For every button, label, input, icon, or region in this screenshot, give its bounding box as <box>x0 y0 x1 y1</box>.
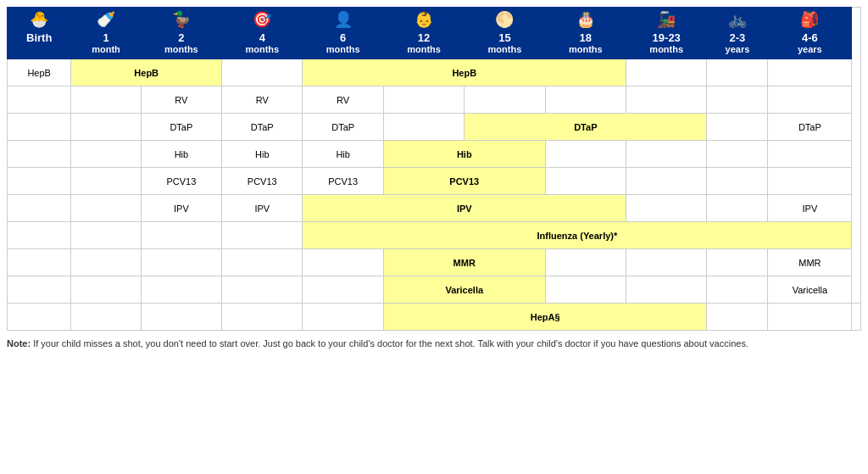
varicella-1mo <box>71 276 141 304</box>
influenza-birth <box>8 222 71 249</box>
col-header-19-23months: 🚂 19-23 months <box>626 8 707 59</box>
hepb-birth: HepB <box>8 59 71 86</box>
note-text: If your child misses a shot, you don't n… <box>33 338 748 349</box>
note-label: Note: <box>7 338 31 349</box>
2months-icon: 🦆 <box>143 11 220 30</box>
mmr-18mo <box>545 249 626 276</box>
1month-icon: 🍼 <box>73 11 138 30</box>
mmr-4mo <box>222 249 303 276</box>
mmr-2mo <box>141 249 221 276</box>
rv-12mo <box>383 86 464 114</box>
ipv-2mo: IPV <box>141 195 221 222</box>
pcv13-12-15mo: PCV13 <box>383 168 545 195</box>
hib-12-15mo: Hib <box>383 141 545 168</box>
rv-row: RV RV RV <box>8 86 861 114</box>
pcv13-2-3yr <box>707 168 768 195</box>
rv-4-6yr <box>768 86 852 114</box>
hib-2-3yr <box>707 141 768 168</box>
4-6years-icon: 🎒 <box>770 11 849 30</box>
hib-19-23mo <box>626 141 707 168</box>
pcv13-1mo <box>71 168 141 195</box>
col-header-birth: 🐣 Birth <box>8 8 71 59</box>
hepa-4mo <box>222 304 303 331</box>
rv-2-3yr <box>707 86 768 114</box>
influenza-2mo <box>141 222 221 249</box>
rv-15mo <box>465 86 545 114</box>
dtap-12mo <box>383 114 464 141</box>
col-header-4-6years: 🎒 4-6 years <box>768 8 852 59</box>
dtap-birth <box>8 114 71 141</box>
hepb-6-18mo: HepB <box>303 59 626 86</box>
hepa-19-23mo-sep <box>707 304 768 331</box>
hepa-birth <box>8 304 71 331</box>
dtap-1mo <box>71 114 141 141</box>
pcv13-birth <box>8 168 71 195</box>
note-section: Note: If your child misses a shot, you d… <box>7 337 861 350</box>
pcv13-2mo: PCV13 <box>141 168 221 195</box>
rv-birth <box>8 86 71 114</box>
ipv-4mo: IPV <box>222 195 303 222</box>
12months-icon: 👶 <box>386 11 462 30</box>
ipv-2-3yr <box>707 195 768 222</box>
varicella-4-6yr: Varicella <box>768 276 852 304</box>
birth-icon: 🐣 <box>9 11 69 30</box>
rv-4mo: RV <box>222 86 303 114</box>
dtap-4mo: DTaP <box>222 114 303 141</box>
varicella-18mo <box>545 276 626 304</box>
hepa-12-23mo: HepA§ <box>383 304 707 331</box>
hepb-row: HepB HepB HepB <box>8 59 861 86</box>
ipv-1mo <box>71 195 141 222</box>
col-header-12months: 👶 12 months <box>383 8 464 59</box>
hepb-1-2mo: HepB <box>71 59 222 86</box>
influenza-6mo-plus: Influenza (Yearly)* <box>303 222 852 249</box>
dtap-6mo: DTaP <box>303 114 383 141</box>
mmr-row: MMR MMR <box>8 249 861 276</box>
influenza-4mo <box>222 222 303 249</box>
col-header-18months: 🎂 18 months <box>545 8 626 59</box>
hepa-1mo <box>71 304 141 331</box>
ipv-birth <box>8 195 71 222</box>
rv-18mo <box>545 86 626 114</box>
15months-icon: 🌕 <box>466 11 542 30</box>
mmr-6mo <box>303 249 383 276</box>
varicella-2-3yr <box>707 276 768 304</box>
varicella-6mo <box>303 276 383 304</box>
hib-4mo: Hib <box>222 141 303 168</box>
ipv-row: IPV IPV IPV IPV <box>8 195 861 222</box>
6months-icon: 👤 <box>304 11 381 30</box>
mmr-birth <box>8 249 71 276</box>
mmr-4-6yr: MMR <box>768 249 852 276</box>
rv-1mo <box>71 86 141 114</box>
hib-2mo: Hib <box>141 141 221 168</box>
pcv13-6mo: PCV13 <box>303 168 383 195</box>
varicella-2mo <box>141 276 221 304</box>
hepb-4mo <box>222 59 303 86</box>
rv-2mo: RV <box>141 86 221 114</box>
hib-1mo <box>71 141 141 168</box>
dtap-row: DTaP DTaP DTaP DTaP DTaP <box>8 114 861 141</box>
hepa-2mo <box>141 304 221 331</box>
pcv13-4-6yr <box>768 168 852 195</box>
4months-icon: 🎯 <box>224 11 300 30</box>
hepb-2-3yr <box>707 59 768 86</box>
mmr-1mo <box>71 249 141 276</box>
mmr-2-3yr <box>707 249 768 276</box>
pcv13-4mo: PCV13 <box>222 168 303 195</box>
hepa-2-3yr <box>768 304 852 331</box>
hepa-6mo <box>303 304 383 331</box>
hepb-4-6yr <box>768 59 852 86</box>
pcv13-18mo <box>545 168 626 195</box>
varicella-birth <box>8 276 71 304</box>
hib-row: Hib Hib Hib Hib <box>8 141 861 168</box>
col-header-1month: 🍼 1 month <box>71 8 141 59</box>
pcv13-row: PCV13 PCV13 PCV13 PCV13 <box>8 168 861 195</box>
col-header-4months: 🎯 4 months <box>222 8 303 59</box>
hib-18mo <box>545 141 626 168</box>
rv-19-23mo <box>626 86 707 114</box>
varicella-19-23mo <box>626 276 707 304</box>
hepa-row: HepA§ <box>8 304 861 331</box>
hib-4-6yr <box>768 141 852 168</box>
col-header-15months: 🌕 15 months <box>465 8 545 59</box>
influenza-1mo <box>71 222 141 249</box>
rv-6mo: RV <box>303 86 383 114</box>
